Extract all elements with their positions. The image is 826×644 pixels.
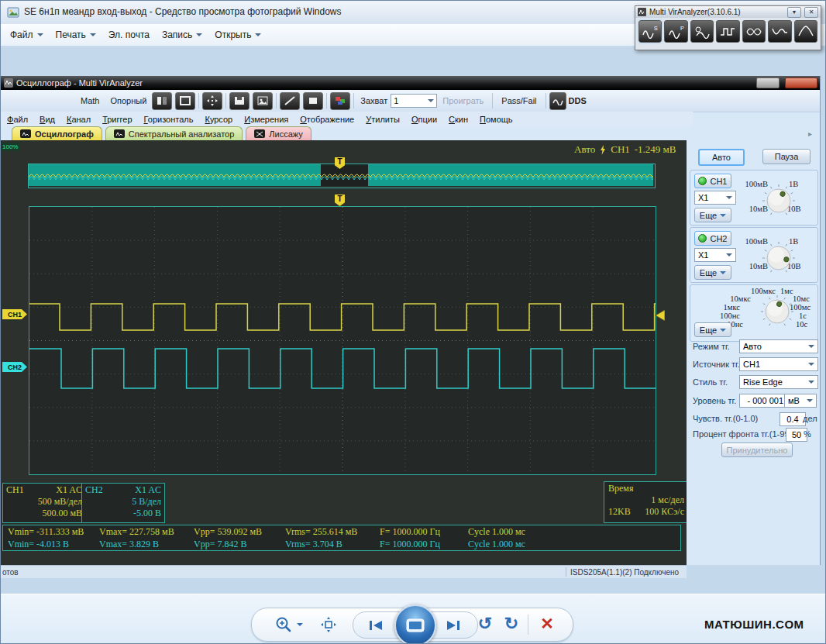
am-wave-tool-button[interactable] <box>742 20 766 43</box>
dds-button[interactable]: DDS <box>569 96 587 105</box>
tab-lissajous[interactable]: Лиссажу <box>246 126 311 141</box>
scope-menu-item[interactable]: Триггер <box>102 115 132 124</box>
reference-button[interactable]: Опорный <box>105 93 152 108</box>
chevron-down-icon <box>196 33 202 36</box>
menu-print[interactable]: Печать <box>50 26 102 43</box>
trigger-source-value: CH1 <box>743 360 760 369</box>
lightning-icon <box>600 145 606 155</box>
trigger-level-input[interactable]: - 000 001 <box>739 394 787 408</box>
zoom-options-caret[interactable] <box>297 623 303 626</box>
trigger-mode-select[interactable]: Авто <box>739 339 818 353</box>
background-button[interactable] <box>303 92 323 110</box>
previous-button[interactable] <box>364 615 387 635</box>
meas-vmin-ch1: Vmin= -311.333 мВ <box>3 526 99 538</box>
trigger-level-input-value: - 000 001 <box>748 396 783 405</box>
menu-open[interactable]: Открыть <box>208 26 267 43</box>
toolbox-close-button[interactable]: ✕ <box>804 7 818 18</box>
toolbar-separator <box>276 93 277 108</box>
viewer-title: SE 6н1п меандр вход-выход - Средство про… <box>24 6 342 17</box>
knob-label: 10с <box>796 320 807 329</box>
frame-button[interactable] <box>175 92 195 110</box>
trigger-level-marker[interactable] <box>656 310 665 321</box>
move-button[interactable] <box>202 92 222 110</box>
tab-label: Лиссажу <box>269 129 302 139</box>
ch2-volts-knob[interactable] <box>762 241 796 275</box>
next-button[interactable] <box>442 615 465 635</box>
panel-expand-arrow[interactable]: ▸ <box>808 129 812 138</box>
passfail-button[interactable]: Pass/Fail <box>496 93 542 108</box>
ch2-probe-select[interactable]: X1 <box>694 248 736 262</box>
spectrum-tool-button[interactable]: P <box>664 20 687 43</box>
toolbar-separator <box>225 93 226 108</box>
line-style-button[interactable] <box>280 92 300 110</box>
timebase-knob[interactable] <box>760 294 794 329</box>
scope-menu-item[interactable]: Вид <box>40 115 55 124</box>
menu-email[interactable]: Эл. почта <box>102 26 156 43</box>
oscilloscope-tool-button[interactable]: S <box>638 20 662 43</box>
delete-button[interactable]: ✕ <box>535 613 559 635</box>
pause-button[interactable]: Пауза <box>762 149 811 164</box>
sweep-tool-button[interactable] <box>768 20 791 43</box>
scope-close-button[interactable] <box>785 77 817 88</box>
play-slideshow-button[interactable] <box>394 604 436 644</box>
scope-menu-item[interactable]: Файл <box>7 115 28 124</box>
ch1-more-button[interactable]: Еще <box>694 208 731 222</box>
scope-menu-item[interactable]: Утилиты <box>366 115 400 124</box>
trigger-source-select[interactable]: CH1 <box>739 357 818 371</box>
scope-menu-item[interactable]: Измерения <box>244 115 288 124</box>
ch1-probe-select[interactable]: X1 <box>694 191 736 205</box>
scope-maximize-button[interactable] <box>756 77 780 88</box>
scope-menu-item[interactable]: Курсор <box>205 115 232 124</box>
timebase-more-button[interactable]: Еще <box>694 322 731 337</box>
save-waveform-button[interactable] <box>229 92 250 110</box>
trigger-level-unit-select[interactable]: мВ <box>784 394 817 408</box>
waveform-icon <box>114 129 125 138</box>
dds-tool-button[interactable] <box>690 20 714 43</box>
rotate-cw-button[interactable]: ↻ <box>501 613 521 635</box>
square-wave-tool-button[interactable] <box>716 20 739 43</box>
force-trigger-button[interactable]: Принудительно <box>721 443 793 457</box>
toolbox-menu-button[interactable]: ▼ <box>787 7 801 18</box>
run-auto-button[interactable]: Авто <box>698 149 745 166</box>
split-view-button[interactable] <box>152 92 172 110</box>
ch2-position-marker[interactable]: CH2 <box>2 362 27 372</box>
scope-app-icon <box>4 78 13 88</box>
menu-file-label: Файл <box>10 29 33 40</box>
play-button[interactable]: Проиграть <box>437 93 489 108</box>
color-palette-button[interactable] <box>330 92 350 110</box>
chevron-down-icon <box>720 271 726 274</box>
scope-menu-item[interactable]: Помощь <box>480 115 513 124</box>
ch2-enable-button[interactable]: CH2 <box>694 231 731 246</box>
zoom-button[interactable] <box>274 615 294 635</box>
menu-burn[interactable]: Запись <box>156 26 208 43</box>
tab-spectrum[interactable]: Спектральный анализатор <box>105 126 243 141</box>
waveform-plot[interactable] <box>29 206 656 475</box>
scope-menu-item[interactable]: Отображение <box>300 115 354 124</box>
scope-menu-item[interactable]: Канал <box>67 115 91 124</box>
ch1-position-marker[interactable]: CH1 <box>2 309 27 319</box>
trigger-sensitivity-input[interactable]: 0.4 <box>780 412 806 426</box>
screenshot-button[interactable] <box>253 92 273 110</box>
ch1-volts-knob[interactable] <box>762 184 796 218</box>
capture-count-select[interactable]: 1 <box>391 94 437 108</box>
scope-menu-item[interactable]: Опции <box>411 115 437 124</box>
filter-tool-button[interactable] <box>794 20 817 43</box>
math-button[interactable]: Math <box>75 93 105 108</box>
trigger-style-select[interactable]: Rise Edge <box>739 375 818 389</box>
trigger-position-flag[interactable]: T <box>335 195 345 206</box>
scope-menu-item[interactable]: Горизонталь <box>144 115 194 124</box>
viewer-app-icon <box>7 6 19 19</box>
watermark-text: МАТЮШИН.COM <box>704 618 804 631</box>
timebase-more-label: Еще <box>700 325 717 335</box>
ch2-probe-value: X1 <box>698 250 708 260</box>
scope-menu-item[interactable]: Скин <box>449 115 468 124</box>
fit-to-window-button[interactable] <box>318 615 339 635</box>
rotate-ccw-button[interactable]: ↺ <box>475 613 495 635</box>
tab-oscilloscope[interactable]: Осциллограф <box>12 126 102 141</box>
viewer-controls: ↺ ↻ ✕ <box>251 608 573 642</box>
ch2-more-button[interactable]: Еще <box>694 265 731 280</box>
ch2-more-label: Еще <box>700 268 717 277</box>
ch1-enable-button[interactable]: CH1 <box>694 174 731 188</box>
menu-file[interactable]: Файл <box>4 26 50 43</box>
trigger-mode: Авто <box>574 143 595 156</box>
